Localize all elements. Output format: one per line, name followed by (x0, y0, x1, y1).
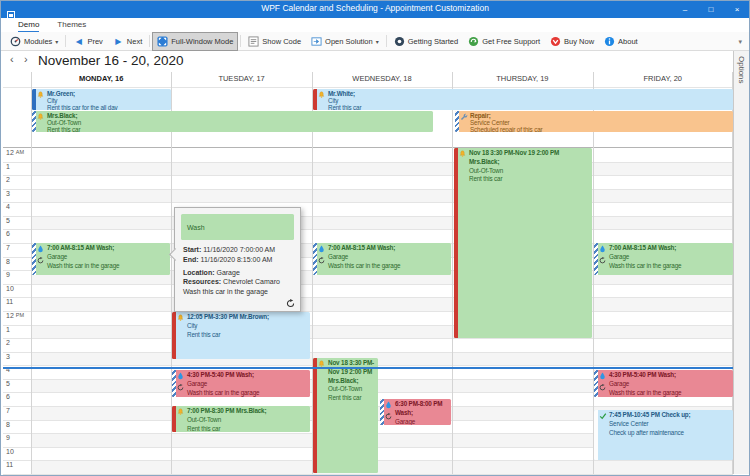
prev-week-arrow[interactable]: ‹ (10, 53, 14, 65)
grid-row[interactable] (31, 311, 733, 325)
event-icons (317, 358, 326, 473)
event-mr-green-allday[interactable]: Mr.Green;CityRent this car for the all d… (32, 89, 171, 110)
close-button[interactable]: × (724, 0, 750, 18)
event-mr-brown-tuesday[interactable]: 12:05 PM-3:30 PM Mr.Brown;CityRent this … (172, 312, 310, 359)
minimize-button[interactable]: – (672, 0, 698, 18)
event-mrs-black-tuesday-7pm[interactable]: 7:00 PM-8:30 PM Mrs.Black;Out-Of-TownRen… (172, 406, 310, 432)
toolbar-button-label: Show Code (262, 37, 301, 46)
day-header-4[interactable]: THURSDAY, 19 (452, 74, 592, 87)
event-wash-tuesday-430pm[interactable]: 4:30 PM-5:40 PM Wash;GarageWash this car… (172, 370, 310, 397)
recurrence-icon (37, 257, 44, 267)
event-description: Check up after maintenance (609, 429, 730, 438)
day-header-1[interactable]: MONDAY, 16 (31, 74, 171, 87)
event-icons (459, 111, 468, 132)
appointment-tooltip: Wash Start: 11/16/2020 7:00:00 AMEnd: 11… (174, 207, 301, 312)
tooltip-field: End: 11/16/2020 8:15:00 AM (175, 255, 300, 265)
toolbar-button-label: Full-Window Mode (171, 37, 233, 46)
buy-now-button[interactable]: Buy Now (545, 32, 599, 51)
toolbar: Modules▾◀Prev▶NextFull-Window ModeShow C… (0, 32, 750, 51)
options-tab[interactable]: Options (733, 50, 750, 474)
event-title: Nov 18 3:30 PM-Nov 19 2:00 PM Mrs.Black; (328, 359, 375, 385)
grid-row[interactable] (31, 352, 733, 366)
next-week-arrow[interactable]: › (24, 53, 28, 65)
day-header-3[interactable]: WEDNESDAY, 18 (312, 74, 452, 87)
hour-label: 6 (6, 230, 10, 237)
toolbar-button-label: Open Solution (325, 37, 373, 46)
event-checkup-friday[interactable]: 7:45 PM-10:45 PM Check up;Service Center… (594, 410, 733, 460)
hour-label: 3 (6, 353, 10, 360)
grid-row[interactable] (31, 338, 733, 352)
event-mrs-black-thursday-multiday[interactable]: Nov 18 3:30 PM-Nov 19 2:00 PM Mrs.Black;… (454, 148, 592, 338)
event-mr-white-allday[interactable]: Mr.White;CityRent this car (313, 89, 733, 110)
day-header-5[interactable]: FRIDAY, 20 (593, 74, 733, 87)
get-free-support-icon (468, 36, 479, 47)
grid-row[interactable] (31, 162, 733, 176)
hour-label: 8 (6, 258, 10, 265)
bell-icon (318, 91, 325, 100)
refresh-icon[interactable] (286, 299, 295, 308)
getting-started-button[interactable]: Getting Started (389, 32, 463, 51)
event-mrs-black-allday[interactable]: Mrs.Black;Out-Of-TownRent this car (32, 111, 433, 132)
get-free-support-button[interactable]: Get Free Support (463, 32, 545, 51)
event-mrs-black-wednesday-multiday[interactable]: Nov 18 3:30 PM-Nov 19 2:00 PM Mrs.Black;… (313, 358, 378, 473)
event-text: Mr.White;CityRent this car (326, 89, 733, 110)
event-icons (458, 148, 467, 338)
grid-row[interactable] (31, 148, 733, 162)
hour-label: 9 (6, 434, 10, 441)
event-description: Wash this car in the garage (47, 262, 167, 271)
event-title: Nov 18 3:30 PM-Nov 19 2:00 PM Mrs.Black; (469, 149, 589, 167)
event-wash-monday-7am[interactable]: 7:00 AM-8:15 AM Wash;GarageWash this car… (32, 243, 170, 275)
show-code-button[interactable]: Show Code (243, 32, 306, 51)
event-icons (598, 370, 607, 397)
grid-row[interactable] (31, 297, 733, 311)
day-header-2[interactable]: TUESDAY, 17 (171, 74, 311, 87)
event-wash-wednesday-7am[interactable]: 7:00 AM-8:15 AM Wash;GarageWash this car… (313, 243, 451, 275)
full-window-mode-button[interactable]: Full-Window Mode (152, 32, 238, 51)
tooltip-field-label: Start: (183, 246, 201, 253)
grid-row[interactable] (31, 325, 733, 339)
menu-item-demo[interactable]: Demo (18, 18, 39, 32)
event-title: 4:30 PM-5:40 PM Wash; (187, 371, 307, 380)
grid-row[interactable] (31, 175, 733, 189)
grid-row[interactable] (31, 460, 733, 474)
droplet-icon (385, 401, 392, 412)
event-wash-friday-7am[interactable]: 7:00 AM-8:15 AM Wash;GarageWash this car… (594, 243, 733, 275)
event-description: Rent this car (328, 104, 730, 110)
event-repair-allday[interactable]: Repair;Service CenterScheduled repair of… (455, 111, 733, 132)
modules-button[interactable]: Modules▾ (5, 32, 63, 51)
event-description: Rent this car (187, 331, 307, 340)
event-location: City (47, 97, 168, 104)
menu-item-themes[interactable]: Themes (57, 18, 86, 32)
bell-icon (177, 408, 184, 419)
grid-row[interactable] (31, 216, 733, 230)
grid-row[interactable] (31, 189, 733, 203)
event-text: 7:00 AM-8:15 AM Wash;GarageWash this car… (607, 243, 733, 275)
grid-row[interactable] (31, 202, 733, 216)
maximize-button[interactable]: □ (698, 0, 724, 18)
open-solution-button[interactable]: Open Solution▾ (306, 32, 384, 51)
next-icon: ▶ (113, 36, 124, 47)
event-wash-wednesday-630pm[interactable]: 6:30 PM-8:00 PM Wash;Garage (380, 399, 451, 425)
grid-row[interactable] (31, 284, 733, 298)
event-title: 12:05 PM-3:30 PM Mr.Brown; (187, 313, 307, 322)
event-description: Rent this car (469, 175, 589, 184)
event-text: Repair;Service CenterScheduled repair of… (468, 111, 733, 132)
current-time-line (3, 367, 733, 369)
toolbar-overflow-chevron-icon[interactable]: ▾ (738, 38, 742, 46)
window-controls: –□× (672, 0, 750, 18)
toolbar-separator (65, 35, 66, 47)
droplet-icon (599, 372, 606, 383)
prev-button[interactable]: ◀Prev (68, 32, 107, 51)
toolbar-separator (240, 35, 241, 47)
about-button[interactable]: About (599, 32, 643, 51)
tooltip-field: Start: 11/16/2020 7:00:00 AM (175, 245, 300, 255)
event-wash-friday-430pm[interactable]: 4:30 PM-5:40 PM Wash;GarageWash this car… (594, 370, 733, 397)
event-description: Rent this car (187, 425, 307, 432)
event-text: 7:00 AM-8:15 AM Wash;GarageWash this car… (326, 243, 451, 275)
grid-row[interactable] (31, 229, 733, 243)
event-title: Mr.White; (328, 90, 730, 97)
event-icons (384, 399, 393, 425)
getting-started-icon (394, 36, 405, 47)
next-button[interactable]: ▶Next (108, 32, 147, 51)
event-description: Rent this car (47, 126, 430, 132)
